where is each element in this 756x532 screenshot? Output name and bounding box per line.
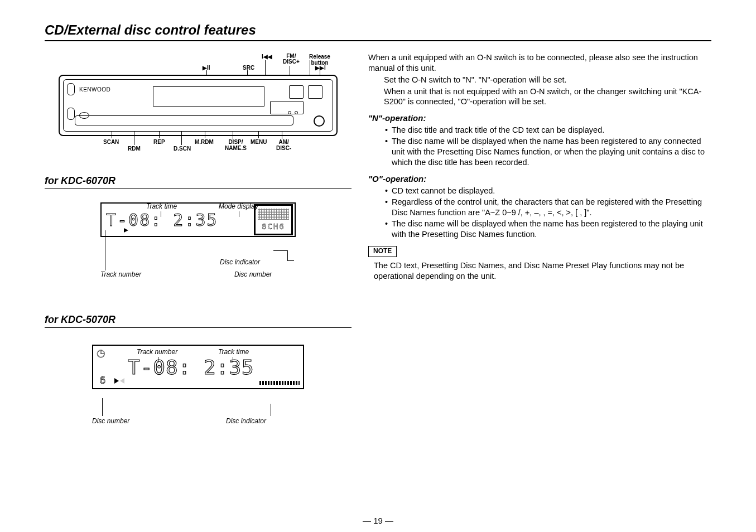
ch-text: 8CH6 bbox=[262, 222, 285, 231]
intro-para-1: When a unit equipped with an O-N switch … bbox=[368, 52, 711, 74]
note-text: The CD text, Presetting Disc Names, and … bbox=[368, 260, 711, 282]
label-disp-names: DISP/ NAME.S bbox=[225, 139, 247, 151]
page-number: — 19 — bbox=[363, 516, 393, 525]
up-button bbox=[67, 83, 75, 95]
label-disc-number-5070: Disc number bbox=[92, 417, 129, 425]
o-bullet-1: CD text cannot be displayed. bbox=[392, 186, 711, 196]
mode-block: 8CH6 bbox=[254, 204, 293, 235]
button-row bbox=[75, 115, 293, 125]
intro-para-2: Set the O-N switch to "N". "N"-operation… bbox=[368, 75, 711, 85]
clock-icon: ◷ bbox=[97, 348, 109, 360]
n-bullet-2: The disc name will be displayed when the… bbox=[392, 136, 711, 168]
n-bullet-1: The disc title and track title of the CD… bbox=[392, 125, 711, 136]
label-rdm: RDM bbox=[128, 146, 141, 152]
down-button bbox=[67, 108, 75, 120]
dot-2 bbox=[288, 111, 291, 114]
dot-1 bbox=[295, 111, 298, 114]
lcd-window bbox=[153, 86, 264, 107]
label-prev-track: I◀◀ bbox=[262, 54, 272, 60]
o-bullet-3: The disc name will be displayed when the… bbox=[392, 219, 711, 240]
label-dscn: D.SCN bbox=[174, 146, 191, 152]
label-disc-indicator-5070: Disc indicator bbox=[226, 417, 266, 425]
o-operation-list: CD text cannot be displayed. Regardless … bbox=[368, 186, 711, 240]
o-bullet-2: Regardless of the control unit, the char… bbox=[392, 197, 711, 218]
label-scan: SCAN bbox=[103, 139, 119, 145]
label-release: Release button bbox=[302, 54, 338, 66]
prev-button bbox=[289, 85, 304, 99]
dot-matrix-icon bbox=[258, 209, 289, 220]
label-disc-indicator-6070: Disc indicator bbox=[220, 258, 260, 266]
disc-number-value: 6 bbox=[100, 374, 106, 386]
heading-6070r: for KDC-6070R bbox=[45, 175, 351, 189]
lcd-6070: T-08: 2:35 8CH6 bbox=[100, 202, 296, 237]
page-title: CD/External disc control features bbox=[45, 22, 711, 41]
play-icon bbox=[114, 378, 119, 384]
brand-label: KENWOOD bbox=[79, 86, 110, 93]
label-menu: MENU bbox=[251, 139, 267, 145]
label-rep: REP bbox=[153, 139, 165, 145]
disc-indicator-bar bbox=[259, 381, 300, 385]
label-next-track: ▶▶I bbox=[315, 65, 326, 71]
label-am-disc-minus: AM/ DISC- bbox=[276, 139, 291, 151]
n-operation-heading: "N"-operation: bbox=[368, 113, 711, 124]
rev-play-icon bbox=[120, 378, 124, 384]
heading-5070r: for KDC-5070R bbox=[45, 314, 351, 328]
lcd-5070: ◷ 6 T-08: 2:35 bbox=[92, 345, 304, 389]
car-stereo-faceplate: KENWOOD bbox=[59, 75, 338, 136]
display-5070r: Track number Track time ◷ 6 T-08: 2:35 D… bbox=[92, 345, 304, 434]
label-fm-disc-plus: FM/ DISC+ bbox=[283, 54, 300, 65]
label-track-number-6070: Track number bbox=[100, 270, 141, 278]
display-6070r: Track time Mode display T-08: 2:35 8CH6 … bbox=[100, 202, 296, 280]
lcd-5070-text: T-08: 2:35 bbox=[124, 356, 254, 379]
playpause-button bbox=[270, 101, 304, 114]
note-label: NOTE bbox=[368, 246, 397, 257]
faceplate-diagram: ▶II SRC I◀◀ FM/ DISC+ Release button ▶▶I… bbox=[59, 52, 338, 158]
label-mrdm: M.RDM bbox=[195, 139, 214, 145]
lcd-6070-text: T-08: 2:35 bbox=[102, 210, 218, 230]
label-disc-number-6070: Disc number bbox=[234, 270, 272, 278]
o-operation-heading: "O"-operation: bbox=[368, 173, 711, 185]
label-src: SRC bbox=[243, 65, 254, 71]
volume-knob bbox=[314, 115, 325, 127]
next-button bbox=[308, 85, 322, 99]
play-icon bbox=[124, 228, 128, 233]
n-operation-list: The disc title and track title of the CD… bbox=[368, 125, 711, 168]
intro-para-3: When a unit that is not equipped with an… bbox=[368, 86, 711, 108]
